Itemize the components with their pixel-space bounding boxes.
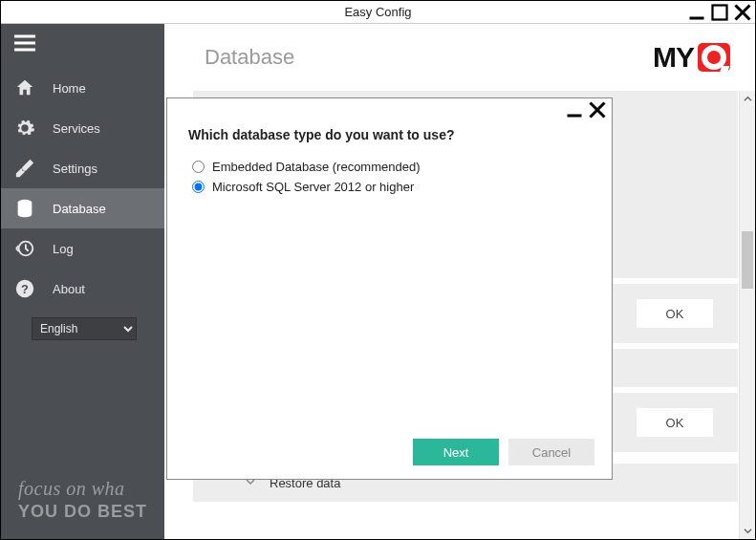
minimize-button[interactable] [688, 5, 705, 20]
database-type-dialog: Which database type do you want to use? … [166, 97, 613, 480]
svg-text:?: ? [21, 282, 29, 296]
svg-rect-1 [713, 5, 727, 19]
home-icon [14, 77, 35, 98]
dialog-titlebar [167, 98, 612, 121]
tagline-line1: focus on wha [18, 478, 147, 500]
page-header: Database MY [164, 24, 755, 91]
page-title: Database [205, 45, 294, 70]
scroll-down-button[interactable] [740, 523, 755, 539]
cancel-button[interactable]: Cancel [508, 439, 594, 465]
option-sqlserver[interactable]: Microsoft SQL Server 2012 or higher [188, 180, 591, 194]
sidebar-item-log[interactable]: Log [1, 228, 164, 269]
history-icon [14, 238, 35, 259]
next-button[interactable]: Next [413, 439, 499, 465]
ok-button[interactable]: OK [637, 408, 713, 437]
sidebar-item-label: About [53, 282, 85, 296]
tagline: focus on wha YOU DO BEST [18, 478, 147, 522]
dialog-minimize-button[interactable] [566, 102, 583, 118]
language-selector-row: A文 English [1, 311, 164, 347]
option-label: Embedded Database (recommended) [212, 160, 421, 174]
dialog-question: Which database type do you want to use? [188, 127, 591, 142]
gear-icon [14, 118, 35, 139]
scrollbar-thumb[interactable] [742, 231, 753, 289]
logo-text: MY [653, 41, 694, 74]
vertical-scrollbar[interactable] [739, 91, 755, 539]
sidebar-item-label: Home [53, 81, 86, 96]
sidebar-item-label: Settings [53, 162, 97, 176]
brand-logo: MY [653, 41, 730, 74]
sidebar-item-label: Log [53, 242, 74, 256]
titlebar: Easy Config [1, 1, 755, 24]
question-icon: ? [14, 278, 35, 299]
scroll-up-button[interactable] [740, 91, 755, 107]
option-label: Microsoft SQL Server 2012 or higher [212, 180, 414, 194]
sidebar-item-label: Database [53, 202, 106, 216]
sidebar: Home Services Settings Database Log [1, 24, 164, 539]
close-button[interactable] [734, 5, 751, 20]
maximize-button[interactable] [711, 5, 728, 20]
sidebar-item-about[interactable]: ? About [1, 269, 164, 309]
option-embedded[interactable]: Embedded Database (recommended) [188, 160, 591, 174]
window-title: Easy Config [344, 5, 411, 19]
tagline-line2: YOU DO BEST [18, 502, 147, 522]
dialog-close-button[interactable] [589, 102, 606, 118]
radio-embedded[interactable] [192, 161, 205, 173]
ok-button[interactable]: OK [637, 299, 713, 328]
sidebar-item-database[interactable]: Database [1, 188, 164, 228]
logo-q-icon [698, 43, 730, 72]
sidebar-item-settings[interactable]: Settings [1, 148, 164, 188]
database-icon [14, 198, 35, 219]
menu-toggle-button[interactable] [1, 24, 164, 62]
app-window: Easy Config Home Services [0, 0, 756, 540]
tools-icon [14, 158, 35, 179]
scrollbar-track[interactable] [740, 107, 755, 523]
sidebar-item-label: Services [53, 121, 100, 136]
sidebar-item-services[interactable]: Services [1, 108, 164, 148]
language-select[interactable]: English [32, 317, 137, 340]
sidebar-item-home[interactable]: Home [1, 68, 164, 108]
radio-sqlserver[interactable] [192, 181, 205, 193]
